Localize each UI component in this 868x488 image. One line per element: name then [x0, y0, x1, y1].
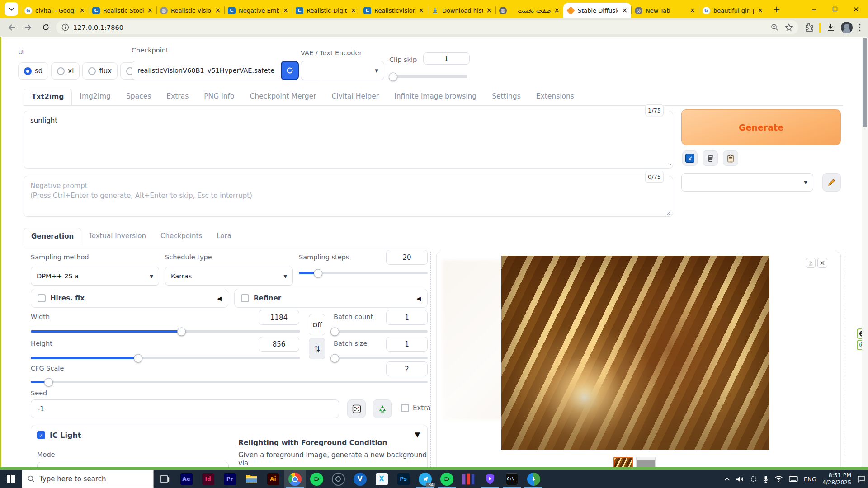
- taskbar-x-app[interactable]: X: [371, 470, 392, 488]
- taskbar-telegram[interactable]: .34: [414, 470, 436, 488]
- hires-fix-section[interactable]: Hires. fix ◀: [31, 289, 228, 308]
- width-value[interactable]: 1184: [259, 310, 299, 325]
- tab-close-icon[interactable]: ×: [350, 7, 356, 14]
- random-seed-button[interactable]: [347, 399, 366, 418]
- taskbar-chrome-active[interactable]: [284, 470, 306, 488]
- tab-civitai-helper[interactable]: Civitai Helper: [324, 89, 387, 105]
- subtab-textual-inversion[interactable]: Textual Inversion: [81, 228, 153, 245]
- prompt-textarea[interactable]: sunlight: [24, 111, 673, 169]
- apply-styles-button[interactable]: [723, 150, 738, 166]
- tab-extras[interactable]: Extras: [159, 89, 196, 105]
- browser-tab[interactable]: C Realistic-Digita ×: [292, 3, 360, 18]
- ic-light-checkbox[interactable]: ✓: [37, 431, 45, 439]
- browser-tab-active[interactable]: Stable Diffusio ×: [563, 3, 631, 18]
- tab-search-chevron-icon[interactable]: [5, 2, 18, 16]
- browser-tab[interactable]: Download histo ×: [428, 3, 495, 18]
- browser-tab[interactable]: C RealisticVisionI ×: [360, 3, 428, 18]
- minimize-button[interactable]: [804, 0, 825, 18]
- task-view-button[interactable]: [154, 470, 175, 488]
- tab-close-icon[interactable]: ×: [689, 7, 695, 14]
- close-button[interactable]: [845, 0, 866, 18]
- taskbar-winrar[interactable]: [458, 470, 479, 488]
- height-slider[interactable]: [31, 357, 300, 359]
- zoom-icon[interactable]: [771, 23, 778, 31]
- ic-light-mode-dropdown[interactable]: IC-Light.SD15.FC_2▼: [37, 462, 229, 467]
- height-value[interactable]: 856: [259, 337, 299, 352]
- width-slider[interactable]: [31, 330, 300, 333]
- batch-count-slider[interactable]: [335, 330, 428, 333]
- subtab-lora[interactable]: Lora: [209, 228, 239, 245]
- extensions-puzzle-icon[interactable]: [805, 23, 813, 32]
- address-bar[interactable]: 127.0.0.1:7860: [56, 20, 798, 34]
- tab-txt2img[interactable]: Txt2img: [24, 89, 72, 105]
- refiner-checkbox[interactable]: [241, 294, 249, 302]
- browser-tab[interactable]: C Realistic Stock ×: [89, 3, 156, 18]
- gallery-thumbnail[interactable]: [636, 457, 656, 467]
- sampling-steps-slider[interactable]: [299, 272, 428, 274]
- forward-button[interactable]: [22, 21, 35, 34]
- batch-count-value[interactable]: 1: [386, 310, 428, 325]
- maximize-button[interactable]: [825, 0, 845, 18]
- notification-center-icon[interactable]: [857, 475, 865, 483]
- taskbar-v2rayn[interactable]: V: [349, 470, 371, 488]
- vae-dropdown[interactable]: ▼: [301, 61, 384, 80]
- tab-close-icon[interactable]: ×: [554, 7, 560, 14]
- resize-handle-icon[interactable]: [667, 211, 671, 215]
- tab-close-icon[interactable]: ×: [79, 7, 85, 14]
- wifi-icon[interactable]: [774, 476, 783, 482]
- tab-extensions[interactable]: Extensions: [528, 89, 582, 105]
- taskbar-indesign[interactable]: Id: [197, 470, 219, 488]
- browser-tab[interactable]: C Negative Embe ×: [224, 3, 292, 18]
- taskbar-photoshop[interactable]: Ps: [392, 470, 414, 488]
- expand-icon[interactable]: ▼: [415, 431, 420, 439]
- taskbar-spotify-2[interactable]: [436, 470, 458, 488]
- clear-prompt-button[interactable]: [703, 150, 718, 166]
- seed-input[interactable]: -1: [31, 399, 339, 418]
- clock[interactable]: 8:51 PM 4/28/2025: [822, 472, 851, 487]
- off-button[interactable]: Off: [309, 314, 326, 335]
- microphone-icon[interactable]: [763, 475, 769, 483]
- browser-tab[interactable]: ◎ New Tab ×: [631, 3, 699, 18]
- tab-close-icon[interactable]: ×: [147, 7, 153, 14]
- paste-generation-params-button[interactable]: [682, 150, 698, 166]
- tab-close-icon[interactable]: ×: [622, 7, 627, 14]
- image-download-button[interactable]: [806, 258, 816, 268]
- speaker-icon[interactable]: [736, 476, 744, 483]
- taskbar-search[interactable]: Type here to search: [22, 470, 154, 488]
- generate-button[interactable]: Generate: [681, 109, 841, 145]
- gallery-thumbnail-selected[interactable]: [613, 457, 633, 467]
- tab-png-info[interactable]: PNG Info: [196, 89, 242, 105]
- page-scrollbar[interactable]: [862, 37, 868, 467]
- radio-xl[interactable]: xl: [51, 62, 80, 80]
- back-button[interactable]: [5, 21, 18, 34]
- taskbar-idm[interactable]: [523, 470, 544, 488]
- cfg-scale-slider[interactable]: [31, 381, 428, 383]
- taskbar-spotify[interactable]: [306, 470, 327, 488]
- swap-dimensions-button[interactable]: ⇅: [309, 338, 326, 359]
- ic-light-heading-link[interactable]: Relighting with Foreground Condition: [238, 439, 387, 447]
- profile-avatar[interactable]: [841, 22, 853, 33]
- menu-dots-icon[interactable]: [859, 23, 861, 32]
- clip-skip-value[interactable]: 1: [423, 52, 470, 65]
- image-close-button[interactable]: [817, 258, 827, 268]
- radio-flux[interactable]: flux: [82, 62, 118, 80]
- site-info-icon[interactable]: [61, 23, 69, 31]
- tab-close-icon[interactable]: ×: [486, 7, 492, 14]
- tab-checkpoint-merger[interactable]: Checkpoint Merger: [242, 89, 324, 105]
- tab-close-icon[interactable]: ×: [757, 7, 763, 14]
- subtab-generation[interactable]: Generation: [24, 228, 81, 245]
- language-indicator[interactable]: ENG: [804, 476, 816, 483]
- start-button[interactable]: [0, 470, 22, 488]
- tray-chevron-icon[interactable]: [724, 477, 730, 481]
- tab-close-icon[interactable]: ×: [283, 7, 288, 14]
- batch-size-value[interactable]: 1: [386, 337, 428, 352]
- cfg-scale-value[interactable]: 2: [386, 361, 428, 376]
- generated-image[interactable]: [501, 256, 769, 450]
- taskbar-after-effects[interactable]: Ae: [175, 470, 197, 488]
- browser-tab[interactable]: G beautiful girl p ×: [699, 3, 767, 18]
- tab-img2img[interactable]: Img2img: [72, 89, 118, 105]
- taskbar-cinema4d[interactable]: [327, 470, 349, 488]
- taskbar-premiere[interactable]: Pr: [219, 470, 241, 488]
- extra-seed-checkbox[interactable]: [401, 404, 409, 412]
- hires-fix-checkbox[interactable]: [38, 294, 46, 302]
